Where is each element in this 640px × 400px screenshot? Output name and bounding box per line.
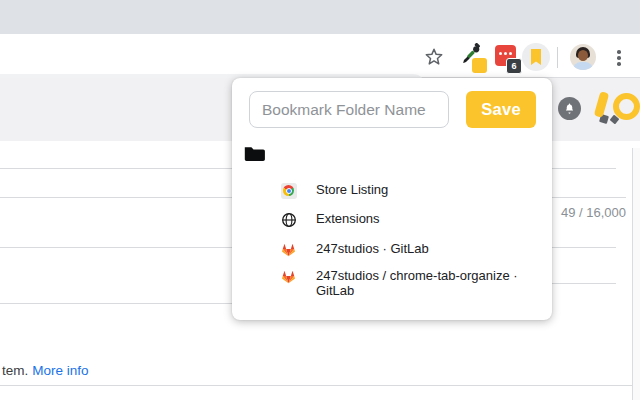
globe-icon: [280, 211, 297, 228]
page-divider: [0, 247, 232, 248]
avatar-face: [578, 50, 588, 61]
bookmark-title: 247studios / chrome-tab-organize · GitLa…: [316, 268, 541, 298]
folder-icon[interactable]: [244, 146, 265, 162]
footer-text-fragment: tem.: [2, 363, 28, 378]
bookmark-row-gitlab-chrome-tab-organize[interactable]: 247studios / chrome-tab-organize · GitLa…: [280, 268, 541, 298]
page-divider: [552, 283, 616, 284]
picked-color-swatch: [472, 58, 487, 73]
bookmark-title: Store Listing: [316, 182, 541, 197]
chrome-store-icon: [280, 182, 297, 199]
toolbar-separator: [557, 47, 558, 68]
more-info-link[interactable]: More info: [32, 363, 88, 378]
browser-window: 6 49 / 16,000 tem.More info: [0, 0, 640, 400]
star-icon[interactable]: [423, 46, 445, 68]
bookmark-extension-icon[interactable]: [522, 43, 550, 71]
save-button[interactable]: Save: [466, 91, 536, 128]
page-divider: [0, 168, 232, 169]
bookmark-extension-popup: Save Store Listing Extensions: [232, 78, 552, 320]
page-divider: [552, 168, 616, 169]
page-divider: [0, 197, 232, 198]
gitlab-icon: [280, 241, 297, 258]
scroll-gutter: [633, 148, 640, 400]
bookmark-title: 247studios · GitLab: [316, 241, 541, 256]
page-divider: [0, 385, 632, 386]
page-divider: [552, 247, 616, 248]
bookmark-title: Extensions: [316, 211, 541, 226]
folder-name-input[interactable]: [249, 91, 449, 128]
tab-strip: [0, 0, 640, 34]
browser-menu-icon[interactable]: [614, 47, 624, 69]
extension-badge: 6: [506, 58, 522, 74]
bookmark-glyph-icon: [522, 43, 550, 71]
page-divider: [0, 303, 232, 304]
profile-avatar[interactable]: [570, 44, 596, 70]
bookmark-row-extensions[interactable]: Extensions: [280, 211, 541, 228]
page-divider: [552, 197, 626, 198]
bookmark-row-store-listing[interactable]: Store Listing: [280, 182, 541, 199]
gitlab-icon: [280, 268, 297, 285]
site-logo-magnifier-icon[interactable]: [613, 93, 640, 120]
page-footer-text: tem.More info: [2, 363, 89, 378]
notification-bell-icon[interactable]: [558, 97, 581, 120]
bookmark-row-gitlab-247studios[interactable]: 247studios · GitLab: [280, 241, 541, 258]
